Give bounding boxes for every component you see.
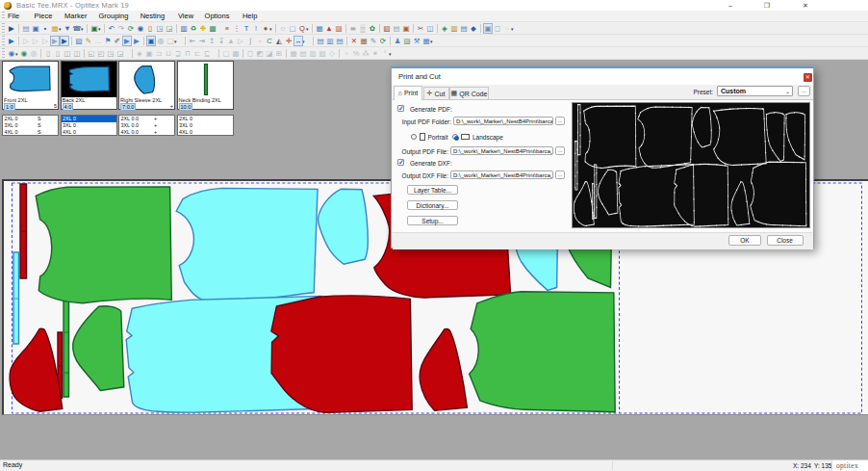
toolbar-grip[interactable]	[2, 48, 5, 58]
toolbar-icon[interactable]: ▯	[53, 48, 63, 59]
toolbar-icon[interactable]: ⊏	[192, 48, 202, 59]
toolbar-icon[interactable]: ▧	[74, 36, 84, 46]
toolbar-icon[interactable]: ▷	[21, 36, 31, 46]
toolbar-icon[interactable]: ▶	[7, 23, 16, 34]
toolbar-icon[interactable]: ◰	[96, 48, 106, 59]
toolbar-icon[interactable]: ▤	[316, 36, 325, 46]
toolbar-icon[interactable]: ▯	[145, 23, 155, 34]
toolbar-icon[interactable]: ▧	[318, 48, 327, 59]
toolbar-icon[interactable]: ↧	[217, 36, 226, 46]
toolbar-icon[interactable]: ▢	[288, 23, 297, 34]
tab-print[interactable]: ⌂Print	[394, 86, 422, 100]
toolbar-icon[interactable]: ☎	[72, 23, 82, 34]
menu-options[interactable]: Options	[205, 11, 230, 22]
toolbar-icon[interactable]: ♟	[393, 36, 402, 46]
marker-piece-strip-cyan-1[interactable]	[13, 252, 19, 344]
toolbar-icon[interactable]: ▫	[342, 48, 351, 59]
menu-marker[interactable]: Marker	[64, 11, 87, 22]
menu-piece[interactable]: Piece	[35, 11, 53, 22]
toolbar-icon[interactable]: ⁂	[361, 48, 370, 59]
toolbar-icon[interactable]: ◆	[469, 23, 478, 34]
toolbar-icon[interactable]: ◎	[29, 48, 38, 59]
toolbar-icon[interactable]: ▣	[146, 36, 156, 46]
size-row[interactable]: 4XL 0S	[3, 129, 58, 136]
input-pdf-browse-button[interactable]: ...	[555, 117, 565, 125]
toolbar-icon[interactable]: T	[242, 23, 251, 34]
marker-piece-body-front-green[interactable]	[36, 187, 171, 303]
toolbar-icon[interactable]: ⟳	[378, 36, 388, 46]
marker-piece-sleeve-green-b[interactable]	[73, 306, 124, 391]
toolbar-icon[interactable]: ◎	[156, 36, 166, 46]
piece-cell-front-2xl[interactable]: Front 2XL1:05	[2, 61, 59, 110]
toolbar-icon[interactable]: ▤	[298, 48, 308, 59]
toolbar-icon[interactable]: ✎	[369, 36, 378, 46]
size-row[interactable]: 4XL 0.0+	[119, 129, 174, 136]
portrait-radio[interactable]	[411, 134, 417, 140]
toolbar-icon[interactable]: ▲	[226, 36, 236, 46]
toolbar-icon[interactable]: ◱	[87, 48, 96, 59]
toolbar-icon[interactable]: ◉	[7, 48, 16, 59]
toolbar-icon[interactable]: …	[93, 36, 103, 46]
marker-piece-body-front-green2[interactable]	[470, 292, 616, 412]
size-row[interactable]: 3XL 0	[62, 122, 116, 129]
toolbar-icon[interactable]: %	[351, 48, 361, 59]
preset-dropdown[interactable]: Custom ⌄	[717, 86, 793, 97]
output-dxf-file-field[interactable]: D:\_work\_Marker\_NestB4Print\barca_ima	[450, 170, 553, 179]
toolbar-icon[interactable]: ▦	[359, 36, 369, 46]
size-row[interactable]: 3XL 0.0+	[119, 122, 174, 129]
toolbar-icon[interactable]: ⚒	[412, 36, 421, 46]
toolbar-icon[interactable]: ▤	[459, 23, 469, 34]
toolbar-icon[interactable]: ⇥	[197, 36, 207, 46]
toolbar-icon[interactable]: ▶	[50, 36, 60, 46]
tab-qr-code[interactable]: ▦QR Code	[449, 87, 489, 99]
toolbar-icon[interactable]: ◌	[278, 23, 288, 34]
toolbar-icon[interactable]: ◳	[106, 48, 115, 59]
toolbar-icon[interactable]: ⋮	[232, 23, 242, 34]
toolbar-icon[interactable]: ▦	[50, 23, 60, 34]
toolbar-icon[interactable]: ≡	[222, 23, 232, 34]
toolbar-icon[interactable]: ⊐	[154, 48, 164, 59]
size-row[interactable]: 2XL 0S	[3, 116, 58, 122]
toolbar-icon[interactable]: ●	[261, 23, 270, 34]
preset-more-button[interactable]: ...	[798, 86, 810, 96]
layer-table-button[interactable]: Layer Table...	[407, 185, 458, 195]
toolbar-icon[interactable]: ▥	[449, 23, 459, 34]
toolbar-icon[interactable]: ⁘	[502, 23, 512, 34]
setup-button[interactable]: Setup...	[407, 216, 458, 225]
maximize-button[interactable]: ❐	[761, 0, 773, 11]
toolbar-icon[interactable]: ▶	[132, 36, 141, 46]
toolbar-icon[interactable]: ◻	[245, 48, 255, 59]
toolbar-icon[interactable]: ◻	[493, 23, 502, 34]
toolbar-icon[interactable]: ▶	[60, 36, 69, 46]
toolbar-icon[interactable]: ⊑	[202, 48, 212, 59]
size-row[interactable]: 4XL 0	[178, 129, 233, 136]
toolbar-icon[interactable]: ▶	[7, 36, 16, 46]
minimize-button[interactable]: –	[725, 0, 736, 11]
toolbar-icon[interactable]: ◲	[165, 23, 174, 34]
toolbar-icon[interactable]: ⟳	[126, 23, 136, 34]
menu-help[interactable]: Help	[243, 11, 257, 22]
toolbar-icon[interactable]: ⚑	[103, 36, 113, 46]
toolbar-icon[interactable]: ▒	[358, 23, 368, 34]
toolbar-icon[interactable]: ▥	[179, 23, 189, 34]
toolbar-icon[interactable]: Q	[297, 23, 307, 34]
toolbar-grip[interactable]	[2, 36, 5, 45]
toolbar-icon[interactable]: ♻	[189, 23, 198, 34]
marker-piece-sleeve-cyan-c[interactable]	[319, 189, 369, 264]
toolbar-icon[interactable]: ▲	[324, 23, 334, 34]
toolbar-grip[interactable]	[2, 23, 5, 33]
toolbar-icon[interactable]: !	[251, 23, 261, 34]
menu-view[interactable]: View	[178, 11, 193, 22]
toolbar-icon[interactable]: ✂	[416, 23, 425, 34]
toolbar-icon[interactable]: ▨	[402, 36, 412, 46]
toolbar-icon[interactable]: °	[380, 48, 390, 59]
toolbar-icon[interactable]: ◈	[135, 48, 144, 59]
landscape-radio[interactable]	[452, 134, 458, 140]
toolbar-icon[interactable]: ▤	[335, 36, 345, 46]
toolbar-icon[interactable]: ❉	[198, 23, 208, 34]
dialog-close-button[interactable]: ✕	[804, 73, 813, 83]
toolbar-icon[interactable]: ▨	[334, 23, 344, 34]
marker-piece-body-back-red[interactable]	[271, 296, 412, 412]
size-row[interactable]: 2XL 0.0+	[119, 116, 174, 122]
toolbar-icon[interactable]: ▣	[144, 48, 154, 59]
